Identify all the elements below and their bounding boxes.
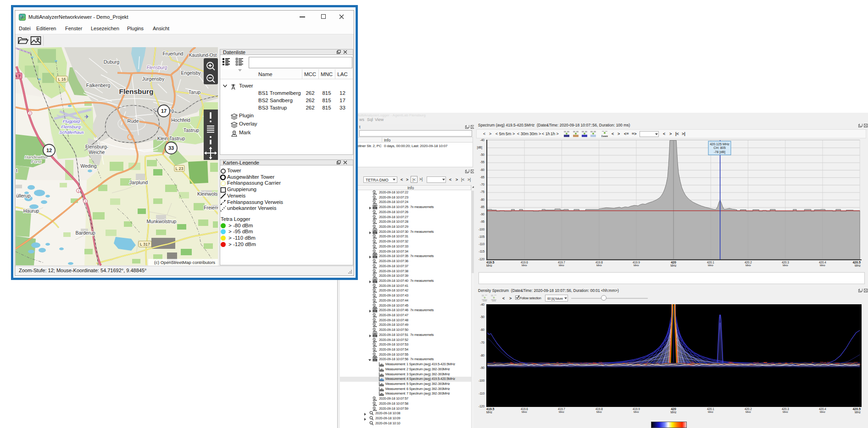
- svg-text:Flensburg-: Flensburg-: [85, 144, 109, 149]
- svg-text:-78 [dB]: -78 [dB]: [714, 150, 725, 154]
- svg-text:✈: ✈: [84, 114, 89, 120]
- svg-text:Munkwolstrup: Munkwolstrup: [147, 219, 177, 224]
- svg-text:üllerup: üllerup: [16, 193, 31, 198]
- svg-text:Weding: Weding: [80, 163, 97, 169]
- svg-text:Event: Event: [601, 135, 608, 137]
- svg-text:Haurup: Haurup: [23, 208, 39, 214]
- svg-text:Tastrup: Tastrup: [184, 127, 200, 133]
- svg-text:L 317: L 317: [140, 242, 150, 247]
- svg-text:(c) OpenStreetMap contributors: (c) OpenStreetMap contributors: [154, 260, 215, 265]
- svg-text:2: 2: [29, 112, 31, 115]
- svg-text:Flugplatz: Flugplatz: [63, 119, 81, 124]
- svg-text:t: t: [16, 168, 17, 173]
- svg-text:Fruerlund: Fruerlund: [163, 51, 184, 56]
- svg-text:Flensburg-: Flensburg-: [61, 124, 82, 129]
- svg-text:Weiche: Weiche: [89, 149, 105, 155]
- svg-text:Engelsby: Engelsby: [181, 70, 201, 76]
- svg-text:3: 3: [84, 200, 86, 203]
- svg-text:Kauslund-Ost: Kauslund-Ost: [189, 53, 217, 58]
- svg-text:Schäferhaus: Schäferhaus: [59, 130, 84, 135]
- svg-text:33: 33: [168, 145, 174, 151]
- svg-text:Hochfeld: Hochfeld: [171, 117, 190, 123]
- svg-text:12: 12: [46, 148, 52, 153]
- svg-text:17: 17: [161, 108, 167, 114]
- svg-text:Klein Tastrup: Klein Tastrup: [157, 136, 185, 141]
- svg-text:Flensburg: Flensburg: [119, 88, 154, 95]
- svg-text:Duburg: Duburg: [104, 59, 120, 65]
- svg-text:3: 3: [78, 189, 79, 192]
- svg-text:Flensburg: Flensburg: [147, 65, 167, 70]
- svg-text:Falkenberg: Falkenberg: [86, 82, 111, 88]
- svg-text:Freienw: Freienw: [204, 205, 218, 210]
- svg-text:Rude: Rude: [127, 118, 139, 124]
- svg-text:Tarup: Tarup: [189, 89, 200, 95]
- svg-text:Jarplund: Jarplund: [129, 180, 148, 185]
- svg-text:L 16: L 16: [58, 77, 66, 82]
- svg-text:Sele: Sele: [483, 300, 487, 302]
- svg-text:Sele: Sele: [492, 300, 496, 302]
- svg-text:Jürgensby: Jürgensby: [142, 76, 165, 82]
- svg-text:Barderup: Barderup: [75, 230, 95, 236]
- svg-text:Kleinwolstr: Kleinwolstr: [197, 191, 218, 197]
- svg-text:L 23: L 23: [175, 166, 183, 171]
- svg-text:A 7: A 7: [16, 74, 21, 78]
- svg-text:Forst: Forst: [31, 159, 41, 164]
